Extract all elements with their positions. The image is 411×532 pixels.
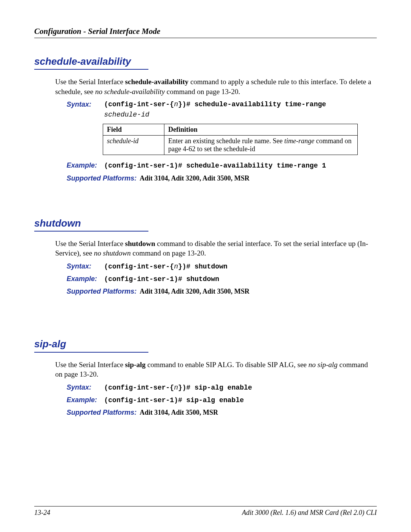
- platforms-label: Supported Platforms:: [67, 288, 137, 295]
- section-title: sip-alg: [34, 338, 377, 350]
- page-header: Configuration - Serial Interface Mode: [34, 27, 377, 40]
- th-field: Field: [103, 124, 164, 136]
- syntax-text: (config-int-ser-{n})# shutdown: [104, 263, 228, 270]
- section-title: schedule-availability: [34, 56, 377, 67]
- table-row: schedule-id Enter an existing schedule r…: [103, 136, 358, 155]
- syntax-label: Syntax:: [67, 261, 101, 271]
- platforms-label: Supported Platforms:: [67, 409, 137, 416]
- example-text: (config-int-ser-1)# sip-alg enable: [104, 396, 244, 404]
- doc-title: Adit 3000 (Rel. 1.6) and MSR Card (Rel 2…: [242, 509, 377, 517]
- syntax-text: (config-int-ser-{n})# schedule-availabil…: [104, 99, 326, 120]
- header-title: Configuration - Serial Interface Mode: [34, 27, 160, 36]
- section-description: Use the Serial Interface shutdown comman…: [55, 239, 377, 258]
- section-schedule-availability: schedule-availability Use the Serial Int…: [34, 56, 377, 183]
- footer-rule: [34, 506, 377, 506]
- section-sip-alg: sip-alg Use the Serial Interface sip-alg…: [34, 338, 377, 417]
- syntax-row: Syntax: (config-int-ser-{n})# schedule-a…: [67, 99, 377, 120]
- footer-line: 13-24 Adit 3000 (Rel. 1.6) and MSR Card …: [34, 509, 377, 517]
- td-definition: Enter an existing schedule rule name. Se…: [164, 136, 358, 155]
- section-title: shutdown: [34, 217, 377, 229]
- platforms-row: Supported Platforms: Adit 3104, Adit 350…: [67, 407, 377, 417]
- section-description: Use the Serial Interface schedule-availa…: [55, 77, 377, 96]
- platforms-row: Supported Platforms: Adit 3104, Adit 320…: [67, 286, 377, 296]
- syntax-row: Syntax: (config-int-ser-{n})# shutdown: [67, 261, 377, 272]
- page-number: 13-24: [34, 509, 50, 517]
- syntax-label: Syntax:: [67, 382, 101, 392]
- page: Configuration - Serial Interface Mode sc…: [0, 0, 411, 532]
- page-footer: 13-24 Adit 3000 (Rel. 1.6) and MSR Card …: [34, 506, 377, 517]
- example-row: Example: (config-int-ser-1)# sip-alg ena…: [67, 395, 377, 405]
- example-label: Example:: [67, 274, 101, 284]
- section-underline: [34, 69, 148, 70]
- syntax-label: Syntax:: [67, 99, 101, 109]
- example-text: (config-int-ser-1)# schedule-availabilit…: [104, 162, 326, 169]
- platforms-row: Supported Platforms: Adit 3104, Adit 320…: [67, 173, 377, 183]
- syntax-text: (config-int-ser-{n})# sip-alg enable: [104, 384, 252, 391]
- example-row: Example: (config-int-ser-1)# schedule-av…: [67, 160, 377, 171]
- section-shutdown: shutdown Use the Serial Interface shutdo…: [34, 217, 377, 297]
- platforms-label: Supported Platforms:: [67, 174, 137, 182]
- example-label: Example:: [67, 395, 101, 405]
- parameter-table: Field Definition schedule-id Enter an ex…: [103, 124, 358, 155]
- syntax-row: Syntax: (config-int-ser-{n})# sip-alg en…: [67, 382, 377, 393]
- section-underline: [34, 352, 148, 353]
- section-underline: [34, 231, 148, 232]
- td-field: schedule-id: [103, 136, 164, 155]
- section-description: Use the Serial Interface sip-alg command…: [55, 360, 377, 379]
- table-header-row: Field Definition: [103, 124, 358, 136]
- header-rule: [34, 38, 377, 38]
- example-text: (config-int-ser-1)# shutdown: [104, 275, 219, 283]
- example-row: Example: (config-int-ser-1)# shutdown: [67, 274, 377, 284]
- example-label: Example:: [67, 160, 101, 170]
- th-definition: Definition: [164, 124, 358, 136]
